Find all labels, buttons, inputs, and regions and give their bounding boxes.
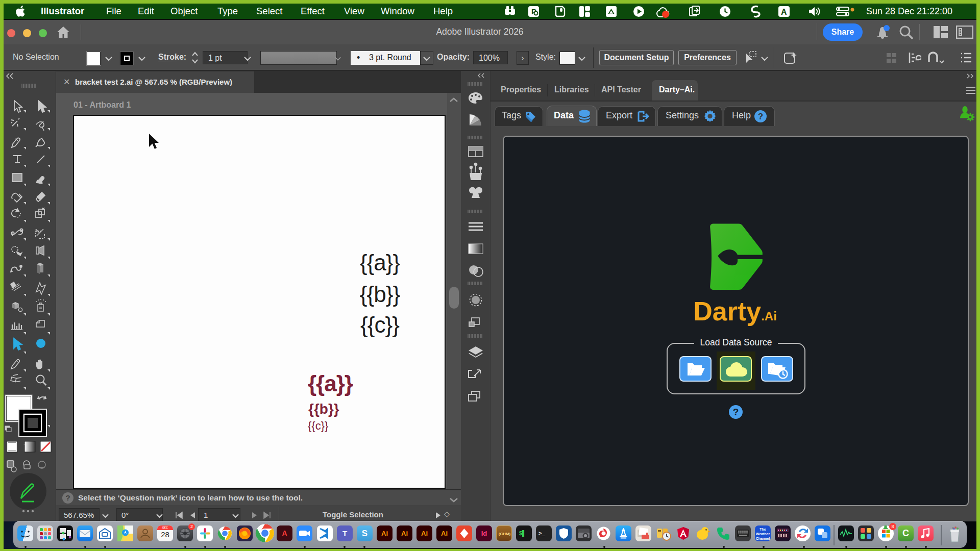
svg-text:?: ?	[758, 112, 763, 121]
svg-text:A: A	[781, 8, 787, 16]
